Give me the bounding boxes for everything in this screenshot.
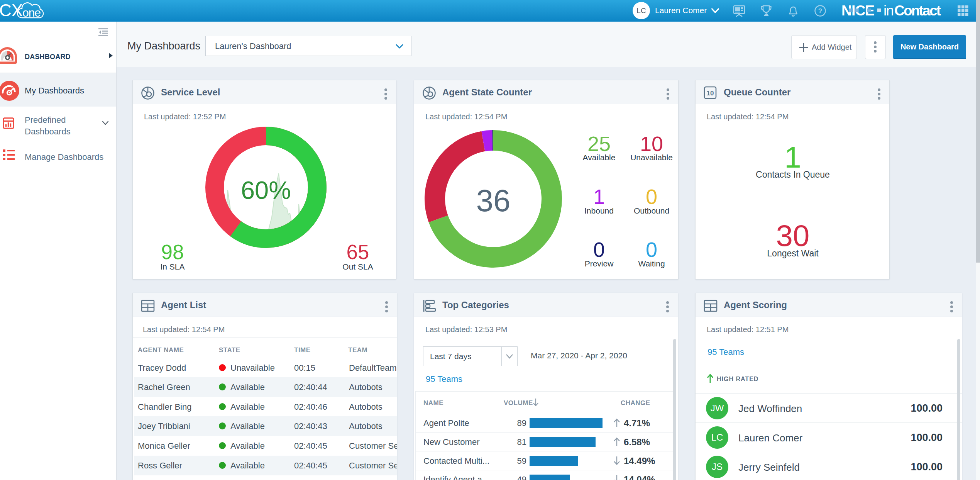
svg-text:?: ? [818,7,822,15]
svg-text:in: in [884,3,894,19]
svg-text:one: one [22,6,41,19]
svg-text:10: 10 [707,90,714,97]
svg-text:Contact: Contact [894,3,941,19]
